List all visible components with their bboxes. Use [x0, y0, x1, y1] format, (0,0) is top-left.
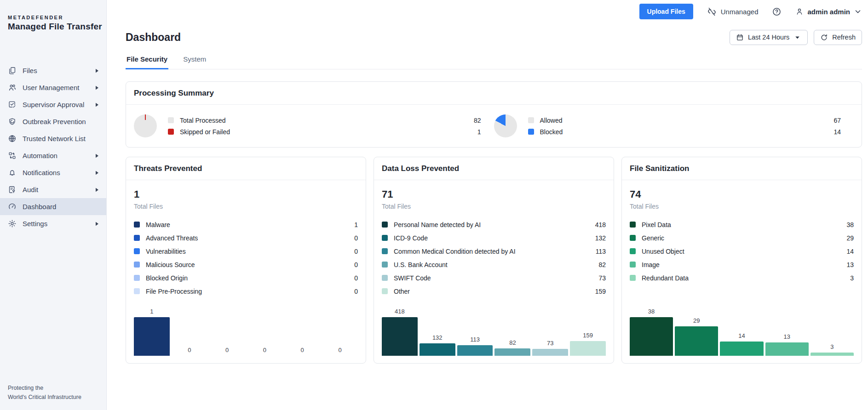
sidebar-item-audit[interactable]: Audit: [0, 181, 106, 198]
bar-value-label: 0: [225, 347, 229, 353]
sidebar-item-label: Trusted Network List: [23, 135, 99, 142]
tab-bar: File Security System: [126, 54, 862, 69]
refresh-label: Refresh: [832, 34, 856, 41]
card-bar-chart: 100000: [134, 306, 358, 356]
legend-label: U.S. Bank Account: [394, 261, 448, 268]
bar-slot-advanced-threats: 0: [172, 347, 207, 356]
bar-value-label: 0: [263, 347, 266, 353]
legend-label: Vulnerabilities: [146, 248, 186, 255]
legend-value: 0: [350, 261, 358, 268]
sidebar-item-supervisor-approval[interactable]: Supervisor Approval: [0, 96, 106, 113]
legend-row-icd-9-code: ICD-9 Code132: [382, 231, 606, 245]
bar-value-label: 29: [693, 317, 700, 324]
total-count: 74: [630, 188, 854, 200]
files-icon: [7, 66, 17, 75]
bar: [420, 343, 455, 356]
user-name: admin admin: [807, 8, 850, 16]
bar-slot-malicious-source: 0: [247, 347, 282, 356]
legend-label: Other: [394, 288, 410, 295]
legend-label: Blocked: [540, 128, 563, 136]
legend-row-u-s-bank-account: U.S. Bank Account82: [382, 258, 606, 271]
legend-value: 1: [350, 221, 358, 228]
sidebar-item-trusted-network-list[interactable]: Trusted Network List: [0, 130, 106, 147]
dashboard-icon: [7, 202, 17, 211]
automation-icon: [7, 151, 17, 160]
legend-value: 0: [350, 234, 358, 242]
bar-value-label: 132: [432, 334, 443, 341]
legend-label: Allowed: [540, 117, 563, 124]
card-data-loss-prevented: Data Loss Prevented71Total FilesPersonal…: [374, 157, 614, 364]
help-icon[interactable]: [772, 7, 782, 17]
sidebar-item-automation[interactable]: Automation: [0, 147, 106, 164]
summary-legend-row-allowed: Allowed67: [528, 114, 841, 126]
bell-icon: [7, 168, 17, 177]
legend-color-chip: [630, 222, 636, 228]
legend-row-redundant-data: Redundant Data3: [630, 271, 854, 285]
legend-color-chip: [134, 262, 140, 268]
sidebar-item-files[interactable]: Files: [0, 62, 106, 79]
legend-label: Generic: [642, 234, 664, 242]
legend-row-other: Other159: [382, 285, 606, 298]
card-title: File Sanitization: [622, 157, 862, 180]
card-bar-chart: 4181321138273159: [382, 306, 606, 356]
legend-row-vulnerabilities: Vulnerabilities0: [134, 245, 358, 258]
bar: [457, 345, 493, 356]
bar: [811, 353, 854, 356]
bar: [630, 317, 673, 356]
upload-files-button[interactable]: Upload Files: [639, 4, 693, 19]
legend-color-chip: [134, 222, 140, 228]
bar: [532, 349, 568, 356]
bar-slot-common-medical-condition-detected-by-ai: 113: [457, 336, 493, 356]
bar-slot-icd-9-code: 132: [420, 334, 455, 356]
legend-color-chip: [134, 235, 140, 241]
top-bar: Upload Files Unmanaged admin admin: [126, 0, 862, 23]
legend-color-chip: [630, 235, 636, 241]
legend-value: 82: [594, 261, 606, 268]
legend-row-advanced-threats: Advanced Threats0: [134, 231, 358, 245]
chevron-right-icon: [95, 68, 99, 73]
chevron-right-icon: [95, 222, 99, 226]
bar-value-label: 82: [509, 339, 516, 346]
chevron-right-icon: [95, 171, 99, 175]
processing-summary-card: Processing Summary Total Processed82Skip…: [126, 81, 862, 148]
card-title: Threats Prevented: [126, 157, 366, 180]
legend-color-chip: [528, 129, 534, 135]
dropdown-arrow-icon: [793, 34, 801, 41]
legend-value: 13: [842, 261, 854, 268]
legend-color-chip: [382, 235, 388, 241]
tab-system[interactable]: System: [182, 54, 207, 69]
legend-value: 113: [591, 248, 606, 255]
bar-value-label: 0: [301, 347, 304, 353]
tab-file-security[interactable]: File Security: [126, 54, 168, 69]
legend-label: Advanced Threats: [146, 234, 198, 242]
bar-value-label: 1: [150, 308, 153, 315]
legend-label: File Pre-Processing: [146, 288, 202, 295]
legend-row-malware: Malware1: [134, 218, 358, 231]
legend-label: Common Medical Condition detected by AI: [394, 248, 516, 255]
bar-slot-personal-name-detected-by-ai: 418: [382, 308, 418, 356]
bar-value-label: 418: [395, 308, 405, 315]
sidebar-item-settings[interactable]: Settings: [0, 215, 106, 232]
sidebar-item-notifications[interactable]: Notifications: [0, 164, 106, 181]
refresh-button[interactable]: Refresh: [814, 30, 862, 45]
sidebar-item-dashboard[interactable]: Dashboard: [0, 198, 106, 215]
user-menu[interactable]: admin admin: [795, 7, 862, 16]
legend-label: Personal Name detected by AI: [394, 221, 481, 228]
sidebar-item-outbreak-prevention[interactable]: Outbreak Prevention: [0, 113, 106, 130]
bar-slot-redundant-data: 3: [811, 343, 854, 356]
calendar-icon: [736, 34, 744, 41]
unmanaged-link[interactable]: Unmanaged: [707, 7, 759, 17]
legend-row-pixel-data: Pixel Data38: [630, 218, 854, 231]
legend-row-swift-code: SWIFT Code73: [382, 271, 606, 285]
sidebar-item-user-management[interactable]: User Management: [0, 79, 106, 96]
summary-group-verdict: Allowed67Blocked14: [494, 114, 854, 137]
card-body: 1Total FilesMalware1Advanced Threats0Vul…: [126, 180, 366, 363]
toolbar: Last 24 Hours Refresh: [730, 30, 862, 45]
legend-color-chip: [630, 275, 636, 281]
time-range-dropdown[interactable]: Last 24 Hours: [730, 30, 808, 45]
legend-value: 0: [350, 288, 358, 295]
chevron-right-icon: [95, 188, 99, 192]
bar-slot-malware: 1: [134, 308, 170, 356]
bar-slot-unused-object: 14: [720, 332, 763, 356]
summary-legend-row-skipped-or-failed: Skipped or Failed1: [168, 126, 481, 137]
